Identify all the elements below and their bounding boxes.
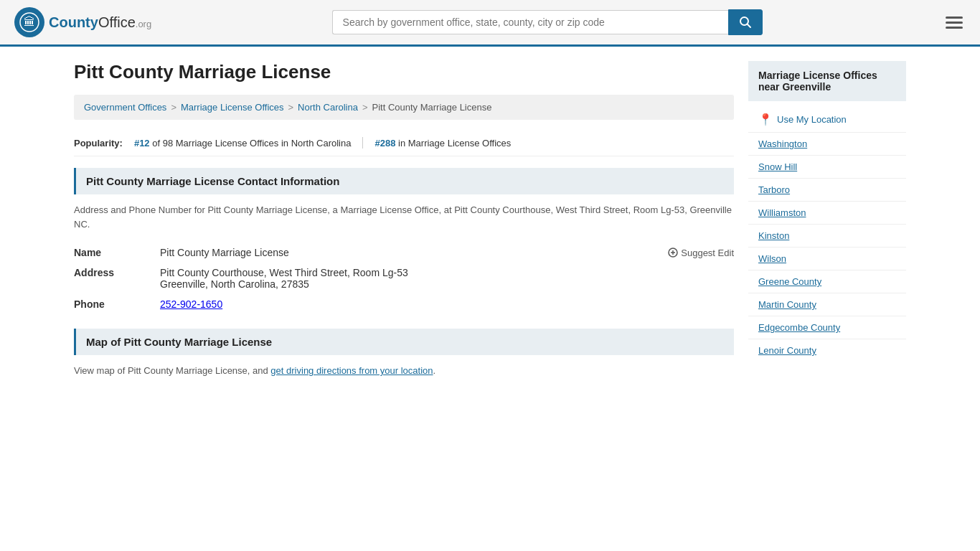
breadcrumb-sep-2: > [288, 102, 294, 113]
breadcrumb-item-nc[interactable]: North Carolina [298, 102, 358, 113]
search-icon [739, 16, 752, 29]
content-area: Pitt County Marriage License Government … [74, 61, 734, 378]
breadcrumb: Government Offices > Marriage License Of… [74, 95, 734, 120]
popularity-item-1: #12 of 98 Marriage License Offices in No… [134, 138, 352, 149]
map-section: Map of Pitt County Marriage License View… [74, 329, 734, 378]
name-label: Name [74, 247, 160, 258]
site-header: 🏛 CountyOffice.org [0, 0, 980, 47]
search-input[interactable] [332, 10, 728, 34]
contact-section-header: Pitt County Marriage License Contact Inf… [74, 168, 734, 194]
popularity-divider [362, 137, 363, 149]
breadcrumb-item-marriage[interactable]: Marriage License Offices [181, 102, 284, 113]
logo-text: CountyOffice.org [49, 14, 151, 31]
address-label: Address [74, 267, 160, 278]
suggest-edit-button[interactable]: Suggest Edit [668, 248, 734, 258]
svg-line-3 [747, 24, 750, 28]
search-area [332, 9, 763, 35]
logo-area: 🏛 CountyOffice.org [14, 7, 151, 37]
sidebar-link-snowhill[interactable]: Snow Hill [748, 155, 906, 178]
sidebar-link-wilson[interactable]: Wilson [748, 247, 906, 270]
map-section-header: Map of Pitt County Marriage License [74, 329, 734, 355]
phone-label: Phone [74, 298, 160, 310]
driving-directions-link[interactable]: get driving directions from your locatio… [270, 365, 433, 376]
sidebar-link-martin-county[interactable]: Martin County [748, 293, 906, 316]
name-row: Name Pitt County Marriage License Sugges… [74, 242, 734, 263]
main-container: Pitt County Marriage License Government … [60, 47, 920, 392]
phone-value[interactable]: 252-902-1650 [160, 298, 734, 310]
menu-button[interactable] [943, 14, 966, 32]
popularity-label: Popularity: [74, 138, 123, 149]
sidebar-link-greene-county[interactable]: Greene County [748, 270, 906, 293]
use-my-location-link[interactable]: 📍 Use My Location [748, 107, 906, 132]
sidebar-link-tarboro[interactable]: Tarboro [748, 178, 906, 201]
name-value: Pitt County Marriage License [160, 247, 668, 258]
location-pin-icon: 📍 [758, 113, 773, 126]
contact-description: Address and Phone Number for Pitt County… [74, 203, 734, 231]
sidebar-link-edgecombe-county[interactable]: Edgecombe County [748, 316, 906, 339]
suggest-edit-icon [668, 248, 678, 258]
map-description: View map of Pitt County Marriage License… [74, 364, 734, 378]
breadcrumb-sep-3: > [362, 102, 368, 113]
address-value: Pitt County Courthouse, West Third Stree… [160, 267, 734, 290]
address-row: Address Pitt County Courthouse, West Thi… [74, 263, 734, 294]
sidebar-link-lenoir-county[interactable]: Lenoir County [748, 339, 906, 362]
breadcrumb-item-gov[interactable]: Government Offices [84, 102, 166, 113]
breadcrumb-sep-1: > [171, 102, 176, 113]
svg-text:🏛: 🏛 [24, 16, 35, 28]
logo-icon: 🏛 [14, 7, 44, 37]
address-line1: Pitt County Courthouse, West Third Stree… [160, 267, 734, 278]
phone-row: Phone 252-902-1650 [74, 294, 734, 314]
sidebar-link-kinston[interactable]: Kinston [748, 224, 906, 247]
address-line2: Greenville, North Carolina, 27835 [160, 278, 734, 290]
popularity-bar: Popularity: #12 of 98 Marriage License O… [74, 130, 734, 156]
map-description-end: . [433, 365, 436, 376]
sidebar: Marriage License Offices near Greenville… [748, 61, 906, 378]
sidebar-header: Marriage License Offices near Greenville [748, 61, 906, 101]
search-button[interactable] [728, 9, 763, 35]
breadcrumb-item-current: Pitt County Marriage License [372, 102, 492, 113]
sidebar-link-williamston[interactable]: Williamston [748, 201, 906, 224]
sidebar-link-washington[interactable]: Washington [748, 132, 906, 155]
map-description-start: View map of Pitt County Marriage License… [74, 365, 270, 376]
popularity-item-2: #288 in Marriage License Offices [374, 138, 511, 149]
page-title: Pitt County Marriage License [74, 61, 734, 83]
